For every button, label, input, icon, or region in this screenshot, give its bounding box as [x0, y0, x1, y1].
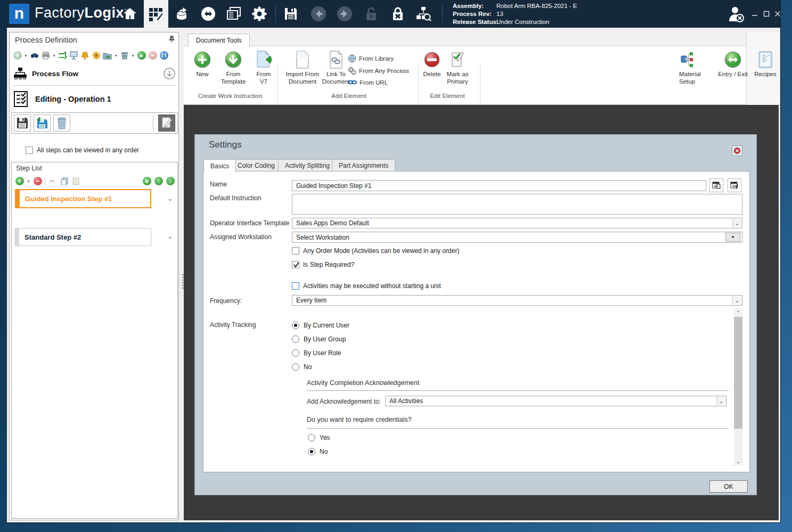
name-input[interactable]: Guided Inspection Step #1: [292, 180, 706, 191]
tracking-option-current-user[interactable]: By Current User: [292, 322, 349, 329]
lock-cancel-button[interactable]: [386, 0, 410, 28]
save-operation-button[interactable]: [14, 114, 31, 132]
tab-activity-splitting[interactable]: Activity Splitting: [278, 159, 337, 171]
process-definition-nav-button[interactable]: [144, 0, 168, 28]
home-button[interactable]: [118, 0, 142, 28]
add-process-dropdown[interactable]: ▾: [24, 51, 28, 60]
edit-instruction-toggle[interactable]: [158, 114, 175, 132]
any-order-mode-checkbox[interactable]: [292, 247, 299, 255]
user-logout-button[interactable]: [727, 5, 745, 23]
hold-button[interactable]: ❙❙: [159, 51, 168, 60]
delete-operation-button[interactable]: [53, 114, 70, 132]
chevron-down-icon[interactable]: ⌄: [732, 296, 741, 305]
dialog-close-button[interactable]: [732, 145, 742, 156]
tracking-option-no[interactable]: No: [292, 363, 312, 371]
entry-exit-button[interactable]: Entry / Exit: [715, 50, 750, 78]
transfer-nav-button[interactable]: [196, 0, 221, 28]
documents-nav-button[interactable]: [222, 0, 246, 28]
process-flow-row[interactable]: Process Flow: [14, 66, 175, 81]
credentials-option-no[interactable]: No: [308, 448, 328, 455]
paste-step-button[interactable]: [71, 177, 80, 186]
from-url-button[interactable]: From URL: [348, 79, 388, 86]
step-expand-chevron[interactable]: ⌄: [167, 195, 175, 203]
any-order-steps-checkbox[interactable]: [26, 146, 33, 154]
tab-color-coding[interactable]: Color Coding: [231, 159, 282, 171]
step-item-standard[interactable]: Standard Step #2: [15, 228, 151, 246]
print-dropdown[interactable]: ▾: [52, 51, 56, 60]
add-step-button[interactable]: +: [15, 177, 24, 186]
name-translate-button[interactable]: [709, 178, 723, 192]
tab-part-assignments[interactable]: Part Assignments: [332, 159, 395, 171]
tracking-option-user-role[interactable]: By User Role: [292, 349, 341, 357]
operator-interface-template-select[interactable]: Sales Apps Demo Default ⌄: [292, 218, 742, 228]
activate-button[interactable]: ▸: [137, 51, 146, 60]
radio-by-user-role[interactable]: [292, 349, 299, 357]
credentials-option-yes[interactable]: Yes: [308, 434, 330, 441]
cut-step-icon[interactable]: ✂: [48, 177, 57, 186]
tab-basics[interactable]: Basics: [203, 159, 236, 172]
recycle-dropdown[interactable]: ▾: [131, 51, 135, 60]
mark-as-primary-button[interactable]: Mark as Primary: [443, 50, 472, 85]
pin-icon[interactable]: [168, 36, 175, 43]
recipes-button[interactable]: Recipes: [753, 50, 778, 78]
scrollbar-thumb[interactable]: [734, 317, 742, 429]
add-step-dropdown[interactable]: ▾: [27, 177, 30, 186]
move-step-up-button[interactable]: ↑: [154, 177, 163, 186]
production-nav-button[interactable]: [170, 0, 194, 28]
import-from-document-button[interactable]: Import From Document: [282, 50, 323, 85]
assigned-workstation-field[interactable]: Select Workstation: [292, 232, 742, 243]
gear-gold-button[interactable]: [92, 51, 101, 60]
forward-button[interactable]: [332, 0, 357, 28]
from-v7-button[interactable]: From V7: [252, 50, 275, 85]
without-unit-checkbox[interactable]: [292, 282, 299, 290]
from-library-button[interactable]: From Library: [348, 54, 394, 63]
chevron-down-icon[interactable]: ⌄: [732, 219, 741, 227]
tracking-option-user-group[interactable]: By User Group: [292, 335, 346, 343]
workstation-dropdown-button[interactable]: ▼: [725, 233, 740, 242]
radio-no-tracking[interactable]: [292, 363, 299, 371]
unlock-button[interactable]: [359, 0, 383, 28]
radio-credentials-no[interactable]: [308, 448, 315, 455]
back-button[interactable]: [306, 0, 331, 28]
remove-step-button[interactable]: −: [33, 177, 42, 186]
tab-document-tools[interactable]: Document Tools: [188, 34, 250, 47]
scroll-up-icon[interactable]: ⌃: [734, 308, 742, 316]
default-instruction-input[interactable]: [292, 194, 742, 215]
import-folder-dropdown[interactable]: ▾: [114, 51, 118, 60]
recycle-button[interactable]: [120, 51, 129, 60]
is-step-required-checkbox[interactable]: [292, 261, 299, 268]
panel-splitter[interactable]: [181, 269, 184, 293]
collapse-down-icon[interactable]: [164, 68, 175, 79]
alert-button[interactable]: [80, 51, 89, 60]
print-button[interactable]: [41, 51, 50, 60]
ok-button[interactable]: OK: [709, 480, 748, 493]
add-process-button[interactable]: +: [13, 51, 22, 60]
new-instruction-button[interactable]: New: [191, 50, 214, 78]
maximize-button[interactable]: [762, 10, 771, 18]
close-button[interactable]: [773, 10, 782, 18]
step-expand-chevron[interactable]: ⌄: [167, 233, 175, 241]
deactivate-button[interactable]: −: [148, 51, 157, 60]
radio-by-user-group[interactable]: [292, 335, 299, 343]
find-button[interactable]: [30, 51, 39, 60]
radio-by-current-user[interactable]: [292, 322, 299, 329]
frequency-select[interactable]: Every Item ⌄: [292, 295, 742, 306]
step-item-guided-inspection[interactable]: Guided Inspection Step #1: [15, 189, 151, 208]
process-audit-button[interactable]: [411, 0, 436, 28]
name-translate-all-button[interactable]: [728, 178, 741, 192]
move-step-down-button[interactable]: ↓: [166, 177, 175, 186]
from-any-process-button[interactable]: From Any Process: [348, 67, 409, 75]
presentation-button[interactable]: [69, 51, 78, 60]
delete-element-button[interactable]: Delete: [421, 50, 443, 78]
save-button[interactable]: [279, 0, 303, 28]
save-import-button[interactable]: [34, 114, 51, 132]
dialog-scrollbar[interactable]: ⌃ ⌄: [734, 308, 742, 465]
import-folder-button[interactable]: [103, 51, 112, 60]
reorder-button[interactable]: [58, 51, 67, 60]
scroll-down-icon[interactable]: ⌄: [734, 457, 742, 465]
ack-select[interactable]: All Activities ⌄: [385, 396, 726, 406]
copy-step-button[interactable]: [60, 177, 69, 186]
from-template-button[interactable]: From Template: [217, 50, 250, 85]
material-setup-button[interactable]: Material Setup: [679, 50, 707, 85]
chevron-down-icon[interactable]: ⌄: [716, 397, 725, 405]
